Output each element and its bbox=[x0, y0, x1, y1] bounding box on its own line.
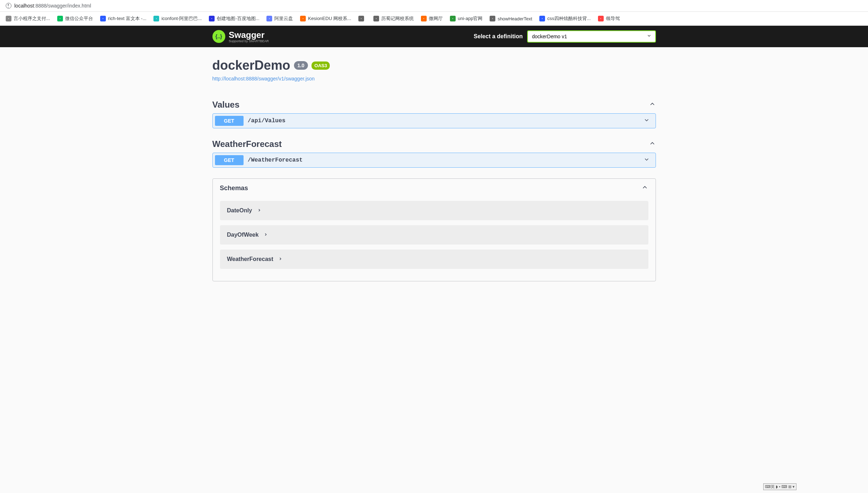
bookmark-label: css四种炫酷科技背... bbox=[547, 15, 590, 22]
bookmark-favicon: · bbox=[421, 16, 427, 21]
browser-address-bar: localhost:8888/swagger/index.html bbox=[0, 0, 868, 12]
bookmark-label: 阿里云盘 bbox=[274, 15, 293, 22]
bookmarks-bar: ·言小程序之支付...·微信公众平台·rich-text 富文本 -...·ic… bbox=[0, 12, 868, 26]
definition-label: Select a definition bbox=[474, 33, 523, 40]
bookmark-label: 言小程序之支付... bbox=[14, 15, 50, 22]
swagger-logo-icon: {..} bbox=[212, 30, 225, 43]
bookmark-item[interactable]: · bbox=[355, 14, 369, 23]
operation-summary[interactable]: GET/WeatherForecast bbox=[213, 153, 656, 167]
schema-name: DateOnly bbox=[227, 207, 252, 214]
bookmark-favicon: · bbox=[266, 16, 272, 21]
bookmark-label: iconfont-阿里巴巴... bbox=[161, 15, 202, 22]
tag-header[interactable]: Values bbox=[212, 96, 656, 113]
api-info: dockerDemo 1.0 OAS3 http://localhost:888… bbox=[212, 58, 656, 82]
bookmark-favicon: · bbox=[539, 16, 545, 21]
url-path: /swagger/index.html bbox=[46, 3, 91, 9]
swagger-logo[interactable]: {..} Swagger Supported by SMARTBEAR bbox=[212, 30, 269, 43]
bookmark-favicon: · bbox=[598, 16, 604, 21]
chevron-up-icon bbox=[649, 140, 656, 148]
tag-name: Values bbox=[212, 100, 240, 110]
bookmark-item[interactable]: ·微信公众平台 bbox=[54, 14, 96, 23]
operation-summary[interactable]: GET/api/Values bbox=[213, 114, 656, 128]
method-badge: GET bbox=[215, 116, 244, 126]
schema-name: DayOfWeek bbox=[227, 232, 259, 238]
bookmark-item[interactable]: ·showHeaderText bbox=[487, 14, 535, 23]
schemas-title: Schemas bbox=[220, 184, 248, 192]
definition-select[interactable]: dockerDemo v1 bbox=[527, 30, 656, 43]
bookmark-label: 创建地图-百度地图... bbox=[217, 15, 259, 22]
swagger-logo-text: Swagger bbox=[229, 30, 269, 40]
bookmark-favicon: · bbox=[6, 16, 11, 21]
bookmark-favicon: · bbox=[57, 16, 63, 21]
schema-item[interactable]: DateOnly bbox=[220, 201, 648, 220]
bookmark-favicon: · bbox=[358, 16, 364, 21]
bookmark-label: 微网厅 bbox=[429, 15, 443, 22]
spec-url-link[interactable]: http://localhost:8888/swagger/v1/swagger… bbox=[212, 76, 315, 82]
chevron-right-icon bbox=[278, 256, 283, 262]
operation-path: /WeatherForecast bbox=[248, 157, 643, 163]
bookmark-item[interactable]: ·rich-text 富文本 -... bbox=[97, 14, 149, 23]
bookmark-favicon: · bbox=[153, 16, 159, 21]
swagger-logo-subtitle: Supported by SMARTBEAR bbox=[229, 39, 269, 43]
version-badge: 1.0 bbox=[294, 61, 308, 70]
tag-header[interactable]: WeatherForecast bbox=[212, 135, 656, 153]
bookmark-favicon: · bbox=[490, 16, 495, 21]
api-title-text: dockerDemo bbox=[212, 58, 290, 73]
chevron-right-icon bbox=[257, 208, 261, 213]
bookmark-favicon: · bbox=[209, 16, 215, 21]
tag-section: WeatherForecastGET/WeatherForecast bbox=[212, 135, 656, 168]
chevron-up-icon bbox=[641, 184, 648, 192]
schemas-section: Schemas DateOnlyDayOfWeekWeatherForecast bbox=[212, 178, 656, 281]
schema-name: WeatherForecast bbox=[227, 256, 274, 262]
api-title: dockerDemo 1.0 OAS3 bbox=[212, 58, 330, 73]
tag-section: ValuesGET/api/Values bbox=[212, 96, 656, 128]
bookmark-label: 微信公众平台 bbox=[65, 15, 93, 22]
bookmark-item[interactable]: ·uni-app官网 bbox=[447, 14, 485, 23]
bookmark-label: showHeaderText bbox=[497, 16, 532, 21]
method-badge: GET bbox=[215, 155, 244, 165]
bookmark-favicon: · bbox=[373, 16, 379, 21]
tag-name: WeatherForecast bbox=[212, 139, 282, 149]
bookmark-item[interactable]: ·iconfont-阿里巴巴... bbox=[151, 14, 205, 23]
bookmark-item[interactable]: ·css四种炫酷科技背... bbox=[536, 14, 593, 23]
bookmark-item[interactable]: ·阿里云盘 bbox=[264, 14, 296, 23]
bookmark-item[interactable]: ·领导驾 bbox=[595, 14, 623, 23]
bookmark-item[interactable]: ·KesionEDU 网校系... bbox=[297, 14, 354, 23]
bookmark-label: rich-text 富文本 -... bbox=[108, 15, 147, 22]
site-info-icon[interactable] bbox=[6, 3, 11, 9]
url-host: localhost bbox=[14, 3, 34, 9]
bookmark-favicon: · bbox=[100, 16, 106, 21]
operation-block: GET/api/Values bbox=[212, 113, 656, 128]
schemas-header[interactable]: Schemas bbox=[213, 179, 656, 197]
url-port: :8888 bbox=[34, 3, 46, 9]
bookmark-item[interactable]: ·微网厅 bbox=[418, 14, 446, 23]
schema-item[interactable]: DayOfWeek bbox=[220, 225, 648, 245]
schema-item[interactable]: WeatherForecast bbox=[220, 250, 648, 269]
bookmark-label: uni-app官网 bbox=[458, 15, 482, 22]
bookmark-label: 历蜀记网校系统 bbox=[381, 15, 414, 22]
operation-block: GET/WeatherForecast bbox=[212, 153, 656, 168]
swagger-container: dockerDemo 1.0 OAS3 http://localhost:888… bbox=[205, 47, 663, 292]
oas-badge: OAS3 bbox=[312, 61, 330, 70]
chevron-down-icon bbox=[643, 117, 650, 125]
bookmark-label: 领导驾 bbox=[606, 15, 620, 22]
chevron-right-icon bbox=[264, 232, 268, 238]
bookmark-favicon: · bbox=[450, 16, 456, 21]
chevron-down-icon bbox=[643, 156, 650, 164]
bookmark-item[interactable]: ·历蜀记网校系统 bbox=[371, 14, 417, 23]
definition-selector-wrap: Select a definition dockerDemo v1 bbox=[474, 30, 656, 43]
url-display[interactable]: localhost:8888/swagger/index.html bbox=[14, 3, 91, 9]
bookmark-item[interactable]: ·言小程序之支付... bbox=[3, 14, 53, 23]
bookmark-item[interactable]: ·创建地图-百度地图... bbox=[206, 14, 262, 23]
bookmark-favicon: · bbox=[300, 16, 306, 21]
swagger-topbar: {..} Swagger Supported by SMARTBEAR Sele… bbox=[0, 26, 868, 47]
operation-path: /api/Values bbox=[248, 118, 643, 124]
chevron-up-icon bbox=[649, 100, 656, 109]
bookmark-label: KesionEDU 网校系... bbox=[308, 15, 351, 22]
